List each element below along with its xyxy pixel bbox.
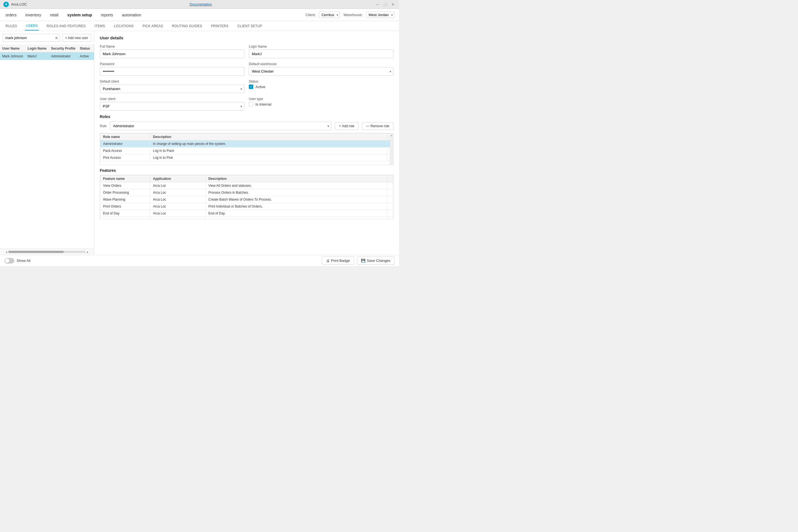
feature-row[interactable]: Order Processing Arca Loc Process Orders… — [100, 189, 393, 196]
right-panel: User details Full Name Login Name Passwo… — [94, 31, 399, 255]
window-controls: — ⬜ ✕ — [375, 2, 396, 7]
form-row-1: Full Name Login Name — [100, 44, 394, 58]
save-changes-button[interactable]: 💾 Save Changes — [357, 256, 395, 265]
nav-retail[interactable]: retail — [49, 13, 60, 17]
remove-role-button[interactable]: — Remove role — [362, 122, 394, 130]
status-checkbox-group: Active — [249, 84, 394, 89]
subnav-items[interactable]: ITEMS — [93, 22, 106, 30]
features-section: Features Feature name Application Descri… — [100, 168, 394, 219]
subnav-client-setup[interactable]: CLIENT SETUP — [236, 22, 263, 30]
feat-desc-cell: Print Individual or Batches of Orders. — [206, 203, 387, 210]
roles-controls-row: Role Administrator Pack Access Pick Acce… — [100, 122, 394, 130]
users-table: User Name Login Name Security Profile St… — [0, 45, 94, 60]
add-user-button[interactable]: + Add new user — [62, 34, 91, 42]
minimize-button[interactable]: — — [375, 2, 380, 7]
search-clear-icon[interactable]: ✕ — [55, 36, 58, 40]
status-active-label: Active — [255, 85, 265, 89]
subnav-locations[interactable]: LOCATIONS — [113, 22, 135, 30]
nav-reports[interactable]: reports — [100, 13, 114, 17]
feat-scroll-cell — [387, 182, 393, 189]
feat-col-application: Application — [150, 175, 206, 182]
user-details-title: User details — [100, 36, 394, 40]
user-client-select[interactable]: PSF Cerritus Purehaven — [100, 102, 244, 111]
sub-nav: RULES USERS ROLES AND FEATURES ITEMS LOC… — [0, 21, 399, 31]
scroll-thumb — [8, 251, 64, 253]
documentation-link[interactable]: Documentation — [190, 2, 212, 6]
close-button[interactable]: ✕ — [390, 2, 396, 7]
nav-orders[interactable]: orders — [4, 13, 18, 17]
feat-desc-cell: View All Orders and statuses. — [206, 182, 387, 189]
feature-row[interactable]: Print Orders Arca Loc Print Individual o… — [100, 203, 393, 210]
subnav-users[interactable]: USERS — [25, 22, 39, 31]
login-name-label: Login Name — [249, 44, 394, 49]
maximize-button[interactable]: ⬜ — [382, 2, 388, 7]
nav-system-setup[interactable]: system setup — [66, 13, 93, 17]
show-all-toggle: Show All — [4, 258, 31, 264]
is-internal-label: Is Internal — [255, 102, 271, 107]
feat-app-cell: Arca Loc — [150, 210, 206, 217]
feat-scroll-cell — [387, 217, 393, 220]
role-row[interactable]: Pick Access Log in to Pick — [100, 154, 393, 161]
search-input[interactable] — [3, 34, 60, 42]
role-name-cell: Pack Access — [100, 147, 150, 154]
warehouse-select-wrapper: West Jordan — [366, 12, 395, 18]
is-internal-checkbox[interactable] — [249, 102, 253, 107]
subnav-rules[interactable]: RULES — [4, 22, 18, 30]
feature-row[interactable]: End of Day Arca Loc End of Day. — [100, 210, 393, 217]
feature-row[interactable]: View Orders Arca Loc View All Orders and… — [100, 182, 393, 189]
table-row[interactable]: Mark Johnson MarkJ Administrator Active … — [0, 52, 94, 60]
titlebar-left: A Arca LOC — [3, 2, 27, 7]
print-icon: 🖨 — [326, 259, 330, 263]
status-checkbox[interactable] — [249, 84, 253, 89]
users-table-container: User Name Login Name Security Profile St… — [0, 45, 94, 249]
features-table-container: Feature name Application Description Vie… — [100, 175, 394, 219]
role-desc-cell: Log in to Pick — [150, 154, 387, 161]
default-warehouse-select[interactable]: West Chester West Jordan — [249, 67, 394, 76]
user-client-group: User client PSF Cerritus Purehaven — [100, 97, 244, 111]
show-all-toggle-switch[interactable] — [4, 258, 14, 264]
subnav-routing-guides[interactable]: ROUTING GUIDES — [171, 22, 203, 30]
feat-desc-cell: Create Batch Waves of Orders To Process. — [206, 196, 387, 203]
features-title: Features — [100, 168, 394, 173]
search-input-wrapper: ✕ — [3, 34, 60, 42]
features-table: Feature name Application Description Vie… — [100, 175, 393, 219]
default-client-select[interactable]: Purehaven Cerritus PSF — [100, 84, 244, 93]
client-select[interactable]: Cerritus — [319, 12, 340, 18]
full-name-label: Full Name — [100, 44, 244, 49]
feat-app-cell: Arca Loc — [150, 217, 206, 220]
scroll-right-arrow[interactable]: ▸ — [86, 250, 90, 254]
feat-desc-cell: Build order batches of similar orders to… — [206, 217, 387, 220]
subnav-roles-features[interactable]: ROLES AND FEATURES — [45, 22, 87, 30]
subnav-pick-areas[interactable]: PICK AREAS — [141, 22, 164, 30]
left-panel: ✕ + Add new user User Name Login Name Se… — [0, 31, 94, 255]
full-name-group: Full Name — [100, 44, 244, 58]
toggle-knob — [5, 259, 10, 263]
role-select-wrapper: Administrator Pack Access Pick Access — [110, 122, 332, 130]
password-input[interactable] — [100, 67, 244, 76]
feat-name-cell: Print Orders — [100, 203, 150, 210]
role-row[interactable]: Pack Access Log in to Pack — [100, 147, 393, 154]
user-type-group: User type Is Internal — [249, 97, 394, 111]
role-row[interactable]: Administrator In charge of setting up ma… — [100, 140, 393, 147]
scroll-track[interactable] — [8, 251, 86, 253]
feature-row[interactable]: Wave Planning Arca Loc Create Batch Wave… — [100, 196, 393, 203]
roles-section: Roles Role Administrator Pack Access Pic… — [100, 114, 394, 165]
add-role-button[interactable]: + Add role — [335, 122, 359, 130]
role-desc-cell: In charge of setting up main pieces of t… — [150, 140, 387, 147]
full-name-input[interactable] — [100, 50, 244, 58]
print-badge-label: Print Badge — [331, 259, 350, 263]
scroll-left-arrow[interactable]: ◂ — [4, 250, 8, 254]
feat-name-cell: End of Day — [100, 210, 150, 217]
nav-inventory[interactable]: inventory — [24, 13, 42, 17]
subnav-printers[interactable]: PRINTERS — [210, 22, 229, 30]
feature-row[interactable]: LOL Build Arca Loc Build order batches o… — [100, 217, 393, 220]
print-badge-button[interactable]: 🖨 Print Badge — [322, 256, 354, 265]
warehouse-select[interactable]: West Jordan — [366, 12, 395, 18]
default-client-select-wrapper: Purehaven Cerritus PSF — [100, 84, 244, 93]
nav-automation[interactable]: automation — [121, 13, 142, 17]
role-select[interactable]: Administrator Pack Access Pick Access — [110, 122, 332, 130]
user-client-label: User client — [100, 97, 244, 101]
roles-scrollbar: ▾ — [390, 133, 393, 165]
login-name-cell: MarkJ — [25, 52, 49, 60]
login-name-input[interactable] — [249, 50, 394, 58]
